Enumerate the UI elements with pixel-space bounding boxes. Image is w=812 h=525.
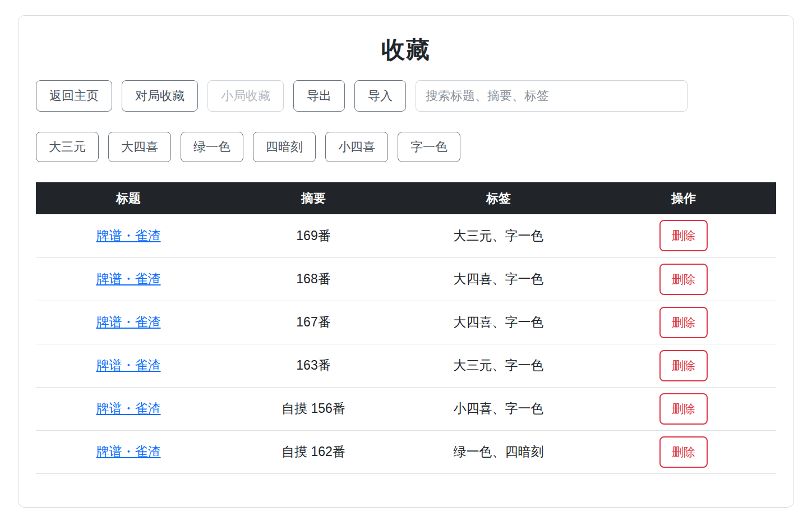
column-header: 操作 — [591, 182, 776, 214]
tag-filter-row: 大三元大四喜绿一色四暗刻小四喜字一色 — [36, 132, 776, 162]
table-row: 牌谱・雀渣自摸 156番小四喜、字一色删除 — [36, 387, 776, 430]
favorites-table: 标题摘要标签操作 牌谱・雀渣169番大三元、字一色删除牌谱・雀渣168番大四喜、… — [36, 182, 776, 474]
column-header: 摘要 — [221, 182, 406, 214]
delete-button[interactable]: 删除 — [659, 264, 708, 295]
tag-filter-button-5[interactable]: 字一色 — [398, 132, 460, 162]
column-header: 标题 — [36, 182, 221, 214]
summary-cell: 自摸 156番 — [221, 387, 406, 430]
action-cell: 删除 — [591, 257, 776, 301]
table-row: 牌谱・雀渣167番大四喜、字一色删除 — [36, 301, 776, 344]
title-cell: 牌谱・雀渣 — [36, 214, 221, 257]
title-cell: 牌谱・雀渣 — [36, 344, 221, 387]
tag-filter-button-1[interactable]: 大四喜 — [108, 132, 171, 162]
toolbar-button-0[interactable]: 返回主页 — [36, 80, 112, 112]
delete-button[interactable]: 删除 — [659, 393, 708, 425]
action-cell: 删除 — [591, 387, 776, 430]
page-title: 收藏 — [36, 34, 776, 66]
tags-cell: 小四喜、字一色 — [406, 387, 591, 430]
summary-cell: 168番 — [221, 257, 406, 301]
table-head: 标题摘要标签操作 — [36, 182, 776, 214]
tag-filter-button-3[interactable]: 四暗刻 — [253, 132, 316, 162]
title-cell: 牌谱・雀渣 — [36, 301, 221, 344]
toolbar-button-3[interactable]: 导出 — [293, 80, 345, 112]
action-cell: 删除 — [591, 214, 776, 257]
toolbar-button-1[interactable]: 对局收藏 — [122, 80, 198, 112]
toolbar-buttons: 返回主页对局收藏小局收藏导出导入 — [36, 80, 406, 112]
tags-cell: 绿一色、四暗刻 — [406, 430, 591, 473]
tag-filter-button-0[interactable]: 大三元 — [36, 132, 99, 162]
action-cell: 删除 — [591, 301, 776, 344]
title-cell: 牌谱・雀渣 — [36, 387, 221, 430]
favorites-card: 收藏 返回主页对局收藏小局收藏导出导入 大三元大四喜绿一色四暗刻小四喜字一色 标… — [18, 15, 794, 508]
summary-cell: 自摸 162番 — [221, 430, 406, 473]
tags-cell: 大三元、字一色 — [406, 214, 591, 257]
tags-cell: 大四喜、字一色 — [406, 257, 591, 301]
summary-cell: 169番 — [221, 214, 406, 257]
table-body: 牌谱・雀渣169番大三元、字一色删除牌谱・雀渣168番大四喜、字一色删除牌谱・雀… — [36, 214, 776, 473]
toolbar: 返回主页对局收藏小局收藏导出导入 — [36, 80, 776, 112]
tag-filter-button-4[interactable]: 小四喜 — [325, 132, 388, 162]
table-row: 牌谱・雀渣169番大三元、字一色删除 — [36, 214, 776, 257]
action-cell: 删除 — [591, 344, 776, 387]
table-header-row: 标题摘要标签操作 — [36, 182, 776, 214]
column-header: 标签 — [406, 182, 591, 214]
record-link[interactable]: 牌谱・雀渣 — [96, 315, 161, 329]
tag-filter-button-2[interactable]: 绿一色 — [181, 132, 243, 162]
delete-button[interactable]: 删除 — [659, 350, 708, 381]
search-input[interactable] — [416, 80, 688, 112]
action-cell: 删除 — [591, 430, 776, 473]
record-link[interactable]: 牌谱・雀渣 — [96, 228, 161, 243]
toolbar-button-4[interactable]: 导入 — [354, 80, 406, 112]
title-cell: 牌谱・雀渣 — [36, 257, 221, 301]
delete-button[interactable]: 删除 — [659, 220, 708, 251]
tags-cell: 大四喜、字一色 — [406, 301, 591, 344]
table-row: 牌谱・雀渣163番大三元、字一色删除 — [36, 344, 776, 387]
toolbar-button-2: 小局收藏 — [207, 80, 284, 112]
record-link[interactable]: 牌谱・雀渣 — [96, 444, 161, 459]
summary-cell: 163番 — [221, 344, 406, 387]
record-link[interactable]: 牌谱・雀渣 — [96, 271, 161, 286]
table-row: 牌谱・雀渣自摸 162番绿一色、四暗刻删除 — [36, 430, 776, 473]
delete-button[interactable]: 删除 — [659, 307, 708, 338]
delete-button[interactable]: 删除 — [659, 436, 708, 468]
tags-cell: 大三元、字一色 — [406, 344, 591, 387]
table-row: 牌谱・雀渣168番大四喜、字一色删除 — [36, 257, 776, 301]
summary-cell: 167番 — [221, 301, 406, 344]
record-link[interactable]: 牌谱・雀渣 — [96, 401, 161, 416]
record-link[interactable]: 牌谱・雀渣 — [96, 358, 161, 372]
title-cell: 牌谱・雀渣 — [36, 430, 221, 473]
